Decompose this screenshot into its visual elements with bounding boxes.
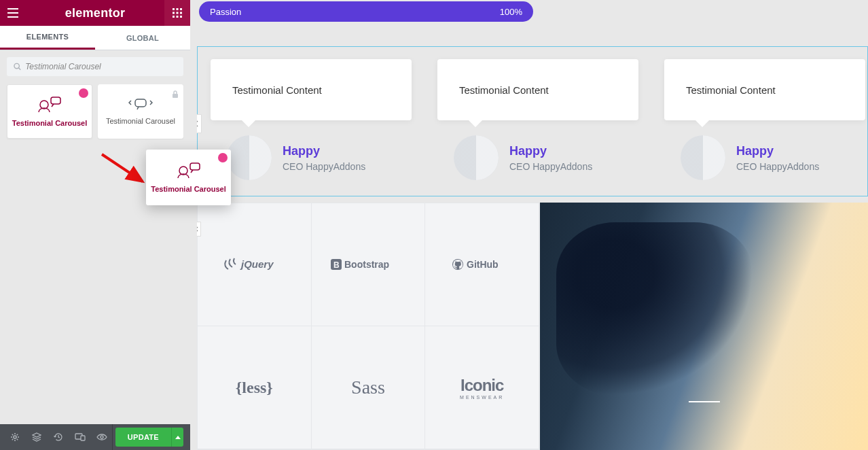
testimonial-item: Testimonial Content Happy CEO HappyAddon… [211,59,412,180]
logo-section: jQuery BBootstrap GitHub {less} Sass Ico… [197,203,868,450]
testimonial-person: Happy CEO HappyAddons [227,135,412,180]
eye-icon [96,434,107,440]
progress-bar-widget[interactable]: Passion 100% [199,1,533,22]
widget-label: Testimonial Carousel [106,117,175,125]
widget-testimonial-carousel-pro[interactable]: Testimonial Carousel [98,84,183,139]
svg-text:Bootstrap: Bootstrap [344,259,389,270]
svg-point-9 [14,63,19,68]
progress-value: 100% [500,7,522,17]
svg-text:B: B [333,260,340,270]
svg-rect-12 [173,94,178,98]
app-title: elementor [65,6,126,20]
logo-sass: Sass [312,326,426,449]
responsive-icon [75,433,86,441]
testimonial-person: Happy CEO HappyAddons [681,135,865,180]
avatar [454,135,499,180]
logo-text: Sass [351,377,385,398]
collapse-sidebar-button-2[interactable] [197,222,201,237]
logo-jquery: jQuery [198,203,312,326]
testimonial-item: Testimonial Content Happy CEO HappyAddon… [437,59,638,180]
testimonial-carousel-icon [128,98,153,111]
svg-rect-8 [180,16,182,18]
responsive-button[interactable] [69,424,91,450]
tab-elements[interactable]: ELEMENTS [0,26,95,50]
sidebar-header: elementor [0,0,190,26]
svg-text:GitHub: GitHub [467,259,499,270]
chevron-left-icon [197,226,198,232]
widget-label: Testimonial Carousel [12,119,87,127]
svg-rect-5 [180,12,182,14]
logo-github: GitHub [425,203,539,326]
caret-up-icon [175,436,181,439]
widget-label: Testimonial Carousel [151,185,225,193]
settings-button[interactable] [4,424,26,450]
testimonial-name: Happy [509,144,592,158]
sidebar-tabs: ELEMENTS GLOBAL [0,26,190,50]
hero-image [540,203,868,450]
svg-rect-6 [173,16,175,18]
navigator-button[interactable] [26,424,48,450]
sidebar-body: Testimonial Carousel Testimonial Carouse… [0,50,190,450]
svg-point-16 [14,436,16,438]
testimonial-name: Happy [736,144,819,158]
testimonial-item: Testimonial Content Happy CEO HappyAddon… [664,59,865,180]
testimonial-carousel-icon [177,162,201,179]
svg-point-19 [101,436,103,438]
widget-testimonial-carousel-happy[interactable]: Testimonial Carousel [7,84,92,139]
testimonial-content: Testimonial Content [232,84,322,96]
svg-point-10 [40,101,48,109]
avatar [227,135,272,180]
svg-rect-4 [176,12,178,14]
testimonial-role: CEO HappyAddons [509,161,592,172]
testimonial-person: Happy CEO HappyAddons [454,135,638,180]
svg-rect-2 [180,8,182,10]
logo-less: {less} [198,326,312,449]
logo-bootstrap: BBootstrap [312,203,426,326]
testimonial-content: Testimonial Content [686,84,776,96]
lock-icon [172,89,179,101]
logo-grid: jQuery BBootstrap GitHub {less} Sass Ico… [197,203,540,450]
logo-text: Iconic [460,376,504,395]
svg-rect-3 [173,12,175,14]
svg-rect-13 [135,99,146,107]
svg-rect-0 [173,8,175,10]
hamburger-menu-button[interactable] [0,0,26,26]
logo-text: {less} [236,379,273,397]
svg-rect-11 [51,97,60,104]
preview-button[interactable] [91,424,113,450]
apps-grid-button[interactable] [164,0,190,26]
svg-rect-15 [190,163,200,170]
search-input[interactable] [25,62,177,71]
widget-dragging-clone[interactable]: Testimonial Carousel [146,150,231,205]
chevron-left-icon [197,120,198,127]
svg-text:jQuery: jQuery [240,258,274,270]
search-icon [14,63,21,71]
update-options-button[interactable] [171,428,183,447]
avatar [681,135,725,180]
tab-global[interactable]: GLOBAL [95,26,190,50]
svg-rect-18 [81,436,85,440]
preview-pane: Passion 100% Testimonial Content Happy C… [197,0,868,450]
hero-accent-line [689,401,720,402]
testimonial-role: CEO HappyAddons [736,161,819,172]
apps-grid-icon [173,8,182,18]
testimonial-card: Testimonial Content [211,59,412,120]
testimonial-content: Testimonial Content [459,84,549,96]
update-button[interactable]: UPDATE [115,428,171,447]
testimonial-card: Testimonial Content [437,59,638,120]
gear-icon [10,432,20,442]
testimonial-carousel-icon [37,96,62,114]
sidebar-footer: UPDATE [0,424,190,450]
svg-rect-1 [176,8,178,10]
layers-icon [32,432,41,442]
editor-sidebar: elementor ELEMENTS GLOBAL Testimonial Ca… [0,0,190,450]
testimonial-name: Happy [283,144,365,158]
widget-search[interactable] [7,57,183,76]
testimonial-carousel-section[interactable]: Testimonial Content Happy CEO HappyAddon… [211,59,865,180]
history-icon [54,432,63,442]
history-button[interactable] [48,424,69,450]
logo-subtext: MENSWEAR [460,395,504,400]
logo-iconic: Iconic MENSWEAR [425,326,539,449]
svg-rect-7 [176,16,178,18]
collapse-sidebar-button[interactable] [197,114,202,133]
